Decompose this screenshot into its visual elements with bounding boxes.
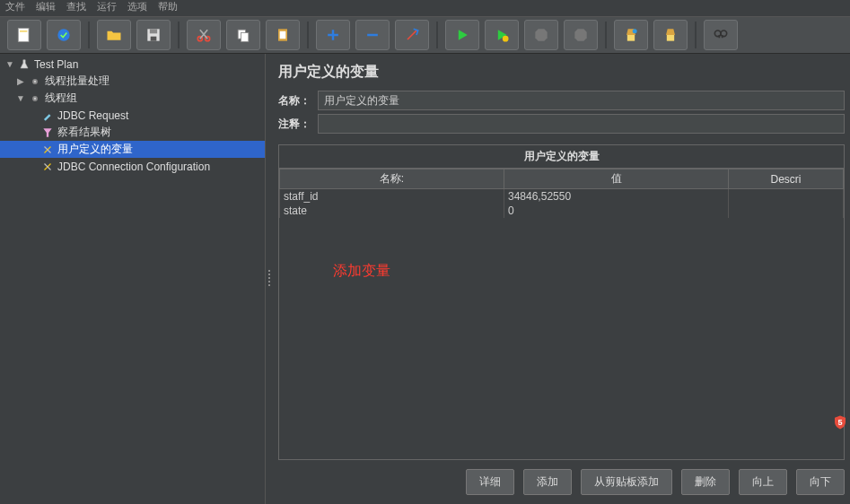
svg-rect-4 [150,29,157,33]
wrench-icon [40,160,55,174]
expand-button[interactable] [316,20,350,50]
tree-label: JDBC Request [57,109,128,122]
menu-help[interactable]: 帮助 [158,0,178,13]
th-value[interactable]: 值 [504,169,729,189]
tree-item-jdbc-config[interactable]: JDBC Connection Configuration [0,158,265,175]
test-plan-tree[interactable]: ▼ Test Plan ▶ 线程批量处理 ▼ 线程组 JDBC Request … [0,54,266,504]
variables-table-wrap: 用户定义的变量 名称: 值 Descri staff_id 34846,5255… [278,144,845,460]
svg-marker-14 [574,29,586,40]
svg-marker-13 [535,29,547,40]
cell-name[interactable]: staff_id [280,189,504,204]
gear-icon [28,74,42,89]
gear-icon [28,91,42,106]
tree-label: 用户定义的变量 [57,142,133,157]
down-button[interactable]: 向下 [796,469,845,495]
menu-search[interactable]: 查找 [66,0,86,13]
tree-item-user-variables[interactable]: 用户定义的变量 [0,141,265,158]
start-button[interactable] [445,20,479,50]
cell-desc[interactable] [729,189,844,204]
editor-panel: 用户定义的变量 名称： 注释： 用户定义的变量 名称: 值 Descri [273,54,850,504]
new-button[interactable] [7,20,41,50]
svg-point-21 [34,80,36,82]
save-button[interactable] [136,20,171,50]
svg-rect-11 [280,31,286,39]
cell-value[interactable]: 0 [504,204,729,218]
cell-desc[interactable] [729,204,844,218]
twisty-icon[interactable]: ▼ [5,59,14,69]
delete-button[interactable]: 删除 [681,469,730,495]
pipette-icon [40,109,55,123]
collapse-button[interactable] [355,20,390,50]
panel-title: 用户定义的变量 [273,54,850,89]
search-button[interactable] [704,20,738,50]
shutdown-button[interactable] [564,20,598,50]
funnel-icon [40,126,55,140]
svg-point-2 [57,29,69,40]
start-no-timers-button[interactable] [485,20,519,50]
th-name[interactable]: 名称: [280,169,504,189]
templates-button[interactable] [47,20,81,50]
svg-point-16 [633,29,637,33]
tree-item-jdbc-request[interactable]: JDBC Request [0,107,265,124]
tree-item-thread-group[interactable]: ▼ 线程组 [0,90,265,107]
variables-table[interactable]: 名称: 值 Descri staff_id 34846,52550 state … [279,169,844,218]
stop-button[interactable] [524,20,558,50]
tree-label: 线程组 [45,91,77,106]
toolbar [0,16,850,54]
toggle-button[interactable] [395,20,429,50]
svg-point-23 [34,97,36,99]
menu-bar: 文件 编辑 查找 运行 选项 帮助 [0,0,850,16]
name-label: 名称： [278,93,318,109]
tree-label: 察看结果树 [57,125,111,140]
button-row: 详细 添加 从剪贴板添加 删除 向上 向下 [273,460,850,504]
th-desc[interactable]: Descri [729,169,844,189]
menu-edit[interactable]: 编辑 [36,0,56,13]
menu-file[interactable]: 文件 [5,0,25,13]
detail-button[interactable]: 详细 [466,469,514,495]
svg-rect-0 [18,29,29,42]
tree-label: JDBC Connection Configuration [57,161,210,173]
splitter[interactable] [266,54,273,504]
paste-button[interactable]: 从剪贴板添加 [581,469,672,495]
tree-label: Test Plan [34,58,78,71]
comment-label: 注释： [278,117,318,132]
tree-item-batch[interactable]: ▶ 线程批量处理 [0,73,265,90]
svg-rect-9 [241,33,249,42]
svg-rect-15 [627,35,635,41]
comment-input[interactable] [318,114,845,134]
open-button[interactable] [97,20,131,50]
shield-badge-icon: 5 [832,414,848,430]
table-caption: 用户定义的变量 [279,145,844,169]
menu-options[interactable]: 选项 [127,0,147,13]
add-button[interactable]: 添加 [523,469,572,495]
clear-all-button[interactable] [653,20,688,50]
cell-name[interactable]: state [280,204,504,218]
cut-button[interactable] [187,20,221,50]
svg-text:5: 5 [837,418,842,427]
twisty-icon[interactable]: ▶ [16,76,25,86]
tree-item-test-plan[interactable]: ▼ Test Plan [0,56,265,73]
cell-value[interactable]: 34846,52550 [504,189,729,204]
svg-rect-5 [151,37,157,41]
wrench-icon [40,143,55,157]
up-button[interactable]: 向上 [739,469,787,495]
paste-button[interactable] [266,20,300,50]
svg-rect-1 [20,30,27,32]
flask-icon [17,57,31,72]
copy-button[interactable] [226,20,260,50]
table-row[interactable]: staff_id 34846,52550 [280,189,844,204]
clear-button[interactable] [614,20,648,50]
annotation-text: 添加变量 [333,262,390,281]
name-input[interactable] [318,91,845,110]
svg-point-12 [503,36,509,42]
menu-run[interactable]: 运行 [97,0,117,13]
table-row[interactable]: state 0 [280,204,844,218]
tree-label: 线程批量处理 [45,74,110,89]
svg-rect-17 [667,35,674,41]
tree-item-results-tree[interactable]: 察看结果树 [0,124,265,141]
twisty-icon[interactable]: ▼ [16,93,25,103]
